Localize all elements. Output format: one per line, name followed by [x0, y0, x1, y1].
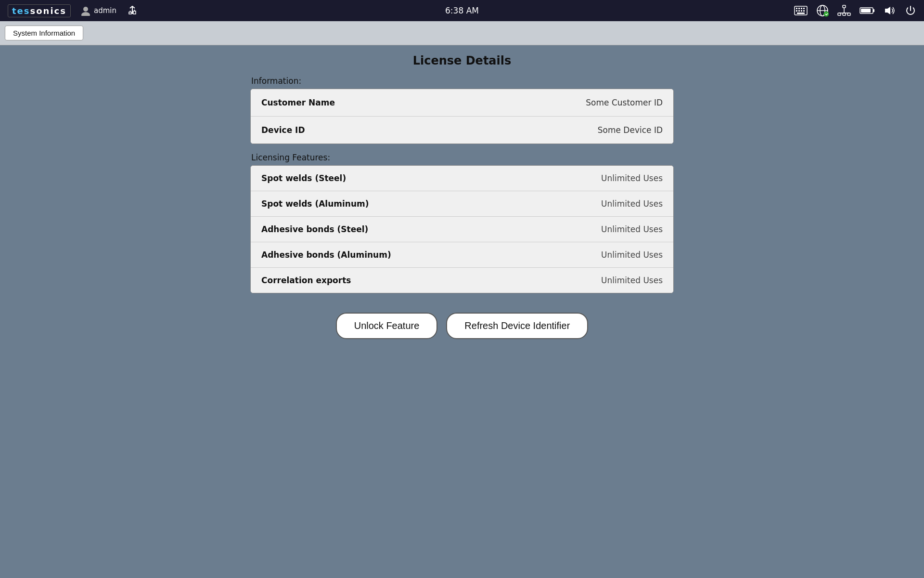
feature-label: Spot welds (Steel) — [261, 173, 346, 183]
page-title: License Details — [0, 45, 924, 71]
navbar: System Information — [0, 21, 924, 45]
username-label: admin — [94, 6, 116, 15]
svg-rect-4 — [133, 11, 136, 14]
licensing-section-label: Licensing Features: — [250, 153, 674, 162]
power-icon[interactable] — [905, 5, 916, 16]
feature-value: Unlimited Uses — [601, 199, 663, 209]
svg-point-20 — [824, 12, 829, 16]
svg-rect-9 — [798, 8, 800, 9]
feature-value: Unlimited Uses — [601, 173, 663, 183]
feature-value: Unlimited Uses — [601, 276, 663, 285]
topbar: tessonics admin 6:38 AM — [0, 0, 924, 21]
battery-icon — [860, 6, 875, 15]
svg-rect-8 — [796, 8, 797, 9]
svg-rect-16 — [797, 13, 805, 14]
button-row: Unlock Feature Refresh Device Identifier — [336, 313, 589, 339]
table-row: Customer Name Some Customer ID — [251, 89, 673, 117]
feature-label: Adhesive bonds (Steel) — [261, 224, 368, 234]
svg-rect-21 — [843, 5, 846, 8]
svg-point-1 — [81, 12, 90, 16]
feature-value: Unlimited Uses — [601, 224, 663, 234]
topbar-time: 6:38 AM — [445, 6, 479, 15]
network-icon[interactable] — [837, 5, 851, 16]
unlock-feature-button[interactable]: Unlock Feature — [336, 313, 438, 339]
svg-rect-13 — [798, 10, 800, 12]
svg-rect-10 — [801, 8, 802, 9]
feature-table: Spot welds (Steel) Unlimited Uses Spot w… — [250, 165, 674, 293]
usb-icon — [126, 5, 139, 16]
feature-value: Unlimited Uses — [601, 250, 663, 260]
customer-name-label: Customer Name — [261, 98, 335, 107]
customer-name-value: Some Customer ID — [586, 98, 663, 107]
feature-label: Correlation exports — [261, 276, 351, 285]
topbar-right — [794, 4, 916, 17]
feature-label: Adhesive bonds (Aluminum) — [261, 250, 391, 260]
device-id-label: Device ID — [261, 125, 305, 135]
table-row: Adhesive bonds (Aluminum) Unlimited Uses — [251, 242, 673, 268]
info-table: Customer Name Some Customer ID Device ID… — [250, 89, 674, 144]
keyboard-icon[interactable] — [794, 6, 808, 15]
svg-rect-3 — [129, 12, 131, 14]
table-row: Adhesive bonds (Steel) Unlimited Uses — [251, 217, 673, 242]
user-section: admin — [80, 5, 116, 16]
svg-rect-12 — [796, 10, 797, 12]
feature-label: Spot welds (Aluminum) — [261, 199, 369, 209]
table-row: Spot welds (Steel) Unlimited Uses — [251, 166, 673, 191]
info-section-label: Information: — [250, 76, 674, 86]
table-row: Spot welds (Aluminum) Unlimited Uses — [251, 191, 673, 217]
system-info-button[interactable]: System Information — [5, 26, 83, 40]
svg-rect-11 — [803, 8, 805, 9]
svg-point-0 — [83, 7, 88, 12]
language-icon[interactable] — [816, 4, 829, 17]
user-icon — [80, 5, 91, 16]
volume-icon[interactable] — [884, 5, 896, 16]
table-row: Correlation exports Unlimited Uses — [251, 268, 673, 293]
table-row: Device ID Some Device ID — [251, 117, 673, 144]
topbar-left: tessonics admin — [8, 4, 139, 17]
svg-rect-30 — [861, 9, 871, 13]
svg-rect-14 — [801, 10, 802, 12]
device-id-value: Some Device ID — [598, 125, 663, 135]
refresh-device-identifier-button[interactable]: Refresh Device Identifier — [446, 313, 588, 339]
logo: tessonics — [8, 4, 71, 17]
svg-rect-15 — [803, 10, 805, 12]
svg-marker-31 — [885, 7, 890, 14]
main-content: Information: Customer Name Some Customer… — [0, 71, 924, 339]
svg-rect-29 — [873, 9, 874, 12]
